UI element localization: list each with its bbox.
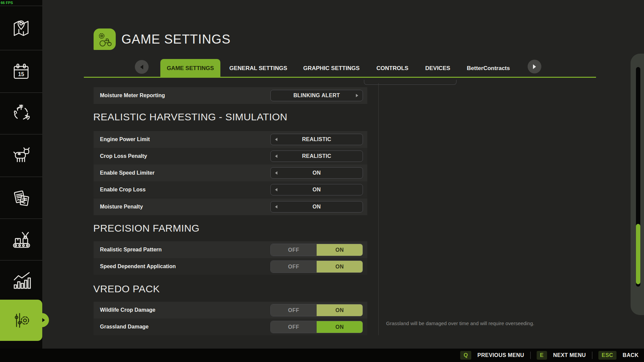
arrow-left-icon[interactable]	[275, 155, 277, 158]
setting-row-moisture-meter-reporting: Moisture Meter Reporting BLINKING ALERT	[94, 87, 367, 104]
enable-speed-limiter-selector[interactable]: ON	[270, 167, 363, 179]
chevron-right-icon	[533, 64, 536, 69]
toggle-on-option[interactable]: ON	[317, 244, 363, 256]
fps-counter: 66 FPS	[1, 1, 13, 5]
footer-separator	[592, 352, 592, 359]
setting-label: Crop Loss Penalty	[100, 153, 147, 159]
tab-graphic-settings[interactable]: GRAPHIC SETTINGS	[303, 59, 360, 77]
sidebar-item-production[interactable]	[0, 219, 42, 260]
page-icon	[94, 28, 116, 50]
tabs-prev-button[interactable]	[135, 60, 149, 74]
selector-value: ON	[313, 170, 321, 176]
setting-label: Moisture Meter Reporting	[100, 93, 165, 99]
setting-label: Realistic Spread Pattern	[100, 247, 162, 253]
footer-shortcut-bar: Q PREVIOUS MENU E NEXT MENU ESC BACK	[0, 349, 644, 362]
setting-label: Moisture Penalty	[100, 204, 143, 210]
selector-value: REALISTIC	[302, 136, 331, 142]
key-esc-badge: ESC	[598, 351, 616, 360]
scrollbar-thumb[interactable]	[636, 224, 640, 284]
setting-label: Speed Dependent Application	[100, 263, 176, 269]
tab-underline	[84, 77, 596, 78]
setting-description: Grassland will be damaged over time and …	[386, 320, 587, 326]
sidebar-item-calendar[interactable]: 15	[0, 50, 42, 93]
statistics-icon	[10, 269, 32, 291]
content-divider	[378, 83, 379, 335]
key-e-badge: E	[537, 351, 547, 360]
clipped-selector	[364, 80, 457, 85]
sidebar: 15	[0, 0, 42, 349]
setting-label: Enable Crop Loss	[100, 187, 146, 193]
setting-row-realistic-spread-pattern: Realistic Spread Pattern OFF ON	[94, 241, 367, 258]
key-q-badge: Q	[460, 351, 471, 360]
toggle-on-option[interactable]: ON	[317, 321, 363, 333]
selector-value: BLINKING ALERT	[293, 93, 340, 99]
previous-menu-button[interactable]: PREVIOUS MENU	[477, 352, 524, 358]
next-menu-button[interactable]: NEXT MENU	[553, 352, 586, 358]
selector-value: ON	[313, 204, 321, 210]
arrow-right-icon[interactable]	[356, 94, 358, 97]
toggle-off-option[interactable]: OFF	[271, 261, 317, 273]
section-heading-realistic-harvesting: REALISTIC HARVESTING - SIMULATION	[93, 111, 287, 123]
chevron-left-icon	[140, 65, 143, 69]
setting-row-crop-loss-penalty: Crop Loss Penalty REALISTIC	[94, 148, 367, 165]
footer-separator	[530, 352, 531, 359]
selector-value: ON	[313, 187, 321, 193]
page-title: GAME SETTINGS	[121, 32, 230, 47]
active-tab-bump	[35, 313, 49, 327]
contracts-icon	[10, 187, 32, 208]
setting-row-grassland-damage: Grassland Damage OFF ON	[94, 318, 367, 335]
toggle-off-option[interactable]: OFF	[271, 304, 317, 316]
setting-row-speed-dependent-application: Speed Dependent Application OFF ON	[94, 258, 367, 275]
svg-text:15: 15	[18, 71, 24, 77]
arrow-left-icon[interactable]	[275, 205, 277, 208]
enable-crop-loss-selector[interactable]: ON	[270, 184, 363, 195]
arrow-left-icon[interactable]	[275, 171, 277, 175]
toggle-off-option[interactable]: OFF	[271, 321, 317, 333]
speed-dependent-application-toggle[interactable]: OFF ON	[270, 260, 363, 273]
active-tab-arrow-icon	[42, 318, 45, 322]
wildlife-crop-damage-toggle[interactable]: OFF ON	[270, 304, 363, 316]
setting-label: Enable Speed Limiter	[100, 170, 155, 176]
moisture-meter-reporting-selector[interactable]: BLINKING ALERT	[270, 90, 363, 101]
sidebar-item-game-settings[interactable]	[0, 300, 42, 341]
arrow-left-icon[interactable]	[275, 138, 277, 141]
realistic-spread-pattern-toggle[interactable]: OFF ON	[270, 244, 363, 256]
tab-bettercontracts[interactable]: BetterContracts	[467, 59, 510, 77]
sidebar-item-statistics[interactable]	[0, 260, 42, 300]
section-heading-vredo-pack: VREDO PACK	[93, 283, 160, 295]
tab-controls[interactable]: CONTROLS	[376, 59, 408, 77]
sidebar-item-map[interactable]	[0, 6, 42, 50]
crop-loss-penalty-selector[interactable]: REALISTIC	[270, 150, 363, 162]
arrow-left-icon[interactable]	[275, 188, 277, 191]
setting-row-moisture-penalty: Moisture Penalty ON	[94, 198, 367, 215]
back-button[interactable]: BACK	[623, 352, 639, 358]
tab-game-settings[interactable]: GAME SETTINGS	[160, 59, 220, 77]
setting-row-engine-power-limit: Engine Power Limit REALISTIC	[94, 131, 367, 148]
engine-power-limit-selector[interactable]: REALISTIC	[270, 134, 363, 145]
selector-value: REALISTIC	[302, 153, 331, 159]
crop-rotation-icon	[10, 103, 32, 124]
section-heading-precision-farming: PRECISION FARMING	[93, 223, 200, 234]
setting-row-enable-speed-limiter: Enable Speed Limiter ON	[94, 165, 367, 181]
settings-sliders-gear-icon	[10, 310, 32, 331]
calendar-icon: 15	[10, 61, 32, 82]
game-settings-screen: 15	[0, 0, 644, 362]
tabs-next-button[interactable]	[528, 60, 541, 73]
moisture-penalty-selector[interactable]: ON	[270, 201, 363, 213]
tab-general-settings[interactable]: GENERAL SETTINGS	[229, 59, 287, 77]
tractor-gear-icon	[96, 31, 113, 48]
toggle-on-option[interactable]: ON	[317, 304, 363, 316]
sidebar-item-contracts[interactable]	[0, 177, 42, 219]
toggle-off-option[interactable]: OFF	[271, 244, 317, 256]
setting-row-enable-crop-loss: Enable Crop Loss ON	[94, 181, 367, 198]
toggle-on-option[interactable]: ON	[317, 261, 363, 273]
cow-icon	[10, 145, 32, 166]
map-icon	[10, 17, 32, 39]
setting-label: Grassland Damage	[100, 324, 149, 330]
production-icon	[10, 229, 32, 250]
grassland-damage-toggle[interactable]: OFF ON	[270, 321, 363, 333]
sidebar-item-animals[interactable]	[0, 134, 42, 177]
tab-devices[interactable]: DEVICES	[425, 59, 450, 77]
setting-label: Wildlife Crop Damage	[100, 307, 155, 313]
sidebar-item-crop-rotation[interactable]	[0, 93, 42, 134]
